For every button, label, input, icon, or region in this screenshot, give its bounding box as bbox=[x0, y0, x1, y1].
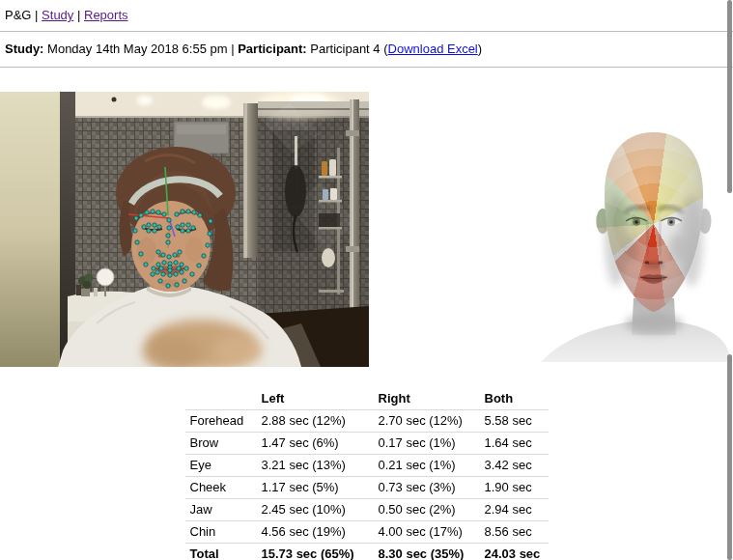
landmark-dot bbox=[134, 216, 138, 220]
landmark-dot bbox=[186, 210, 190, 213]
landmark-dot bbox=[186, 229, 190, 233]
cell: 2.70 sec (12%) bbox=[374, 410, 480, 433]
sprinkler bbox=[112, 98, 117, 102]
cell: Chin bbox=[185, 521, 257, 544]
landmark-dot bbox=[181, 210, 184, 213]
shelf bbox=[319, 176, 342, 179]
study-bar: Study: Monday 14th May 2018 6:55 pm | Pa… bbox=[0, 32, 733, 67]
landmark-dot bbox=[198, 213, 202, 217]
landmark-dot bbox=[206, 243, 210, 247]
landmark-dot bbox=[184, 266, 188, 270]
landmark-dot bbox=[178, 250, 182, 254]
landmark-dot bbox=[133, 229, 137, 233]
shower-pipe bbox=[295, 136, 297, 169]
cell: Jaw bbox=[185, 499, 257, 521]
participant-label: Participant: bbox=[238, 42, 307, 56]
cell: 0.50 sec (2%) bbox=[374, 499, 480, 521]
landmark-dot bbox=[173, 253, 177, 257]
amber-bottle bbox=[322, 161, 327, 176]
landmark-dot bbox=[186, 223, 190, 227]
cell: 4.56 sec (19%) bbox=[257, 521, 374, 544]
frame-bracket bbox=[346, 246, 359, 252]
study-label: Study: bbox=[5, 42, 43, 56]
landmark-dot bbox=[167, 226, 171, 230]
cell: 8.56 sec bbox=[480, 521, 549, 544]
landmark-dot bbox=[176, 225, 180, 229]
landmark-dot bbox=[135, 240, 139, 244]
landmark-dot bbox=[158, 279, 162, 283]
cell: 4.00 sec (17%) bbox=[374, 521, 480, 544]
cell: 0.17 sec (1%) bbox=[374, 433, 480, 455]
cell: 2.45 sec (10%) bbox=[257, 499, 374, 521]
nav-separator: | bbox=[77, 8, 80, 22]
landmark-dot bbox=[151, 272, 155, 276]
landmark-dot bbox=[142, 225, 146, 229]
table-row: Brow1.47 sec (6%)0.17 sec (1%)1.64 sec bbox=[185, 433, 549, 455]
landmark-dot bbox=[190, 272, 194, 276]
left-wall bbox=[0, 92, 60, 367]
cell: 1.64 sec bbox=[480, 433, 549, 455]
table-row: Total15.73 sec (65%)8.30 sec (35%)24.03 … bbox=[185, 544, 549, 560]
shelf bbox=[319, 227, 342, 230]
shelf-basket bbox=[319, 213, 340, 227]
landmark-dot bbox=[202, 254, 206, 258]
shelf bbox=[319, 290, 344, 293]
landmark-dot bbox=[153, 229, 156, 233]
vanity-mirror bbox=[97, 268, 114, 286]
landmark-dot bbox=[166, 234, 170, 238]
landmark-dot bbox=[168, 273, 172, 277]
landmark-dot bbox=[155, 270, 159, 274]
table-head: LeftRightBoth bbox=[185, 388, 549, 410]
landmark-dot bbox=[161, 253, 165, 257]
landmark-dot bbox=[175, 212, 179, 216]
shelf bbox=[319, 200, 342, 203]
landmark-dot bbox=[183, 279, 186, 283]
landmark-dot bbox=[144, 263, 148, 266]
landmark-dot bbox=[191, 226, 195, 230]
cell: Forehead bbox=[185, 410, 257, 433]
landmark-dot bbox=[208, 232, 211, 236]
col-header: Left bbox=[257, 388, 374, 410]
nav-separator: | bbox=[35, 8, 38, 22]
landmark-dot bbox=[162, 212, 166, 216]
gaze-duration-table: LeftRightBoth Forehead2.88 sec (12%)2.70… bbox=[185, 388, 549, 560]
scrollbar-thumb-bottom[interactable] bbox=[727, 354, 732, 560]
download-excel-link[interactable]: Download Excel bbox=[388, 42, 478, 56]
landmark-dot bbox=[162, 261, 166, 265]
face-heatmap-model bbox=[541, 96, 730, 362]
landmark-dot bbox=[177, 266, 181, 270]
counter-bottle bbox=[94, 288, 98, 296]
cell: 2.88 sec (12%) bbox=[257, 410, 374, 433]
blue-bottle bbox=[323, 189, 328, 200]
ceiling-light bbox=[202, 96, 231, 109]
landmark-dot bbox=[180, 263, 183, 266]
nav-link-study[interactable]: Study bbox=[42, 8, 73, 22]
divider bbox=[0, 67, 733, 68]
landmark-dot bbox=[147, 223, 151, 227]
landmark-dot bbox=[151, 210, 155, 213]
landmark-dot bbox=[174, 261, 178, 265]
cell: 0.73 sec (3%) bbox=[374, 477, 480, 499]
cell: 3.42 sec bbox=[480, 455, 549, 477]
cell: Cheek bbox=[185, 477, 257, 499]
cell: 0.21 sec (1%) bbox=[374, 455, 480, 477]
scrollbar-thumb-top[interactable] bbox=[727, 0, 732, 193]
table-body: Forehead2.88 sec (12%)2.70 sec (12%)5.58… bbox=[185, 410, 549, 560]
study-value: Monday 14th May 2018 6:55 pm bbox=[47, 42, 227, 56]
cell: 3.21 sec (13%) bbox=[257, 455, 374, 477]
loofah bbox=[322, 248, 335, 267]
shower-head bbox=[285, 165, 306, 217]
cell: 1.47 sec (6%) bbox=[257, 433, 374, 455]
cell: 1.90 sec bbox=[480, 477, 549, 499]
participant-value: Participant 4 bbox=[310, 42, 380, 56]
table-row: Cheek1.17 sec (5%)0.73 sec (3%)1.90 sec bbox=[185, 477, 549, 499]
nav-link-reports[interactable]: Reports bbox=[84, 8, 128, 22]
cell: Total bbox=[185, 544, 257, 560]
landmark-dot bbox=[139, 252, 143, 256]
landmark-dot bbox=[192, 210, 196, 214]
landmark-dot bbox=[161, 272, 165, 276]
content-row bbox=[0, 92, 733, 367]
landmark-dot bbox=[157, 225, 161, 229]
top-nav: P&G | Study | Reports bbox=[0, 0, 733, 31]
table-row: Jaw2.45 sec (10%)0.50 sec (2%)2.94 sec bbox=[185, 499, 549, 521]
